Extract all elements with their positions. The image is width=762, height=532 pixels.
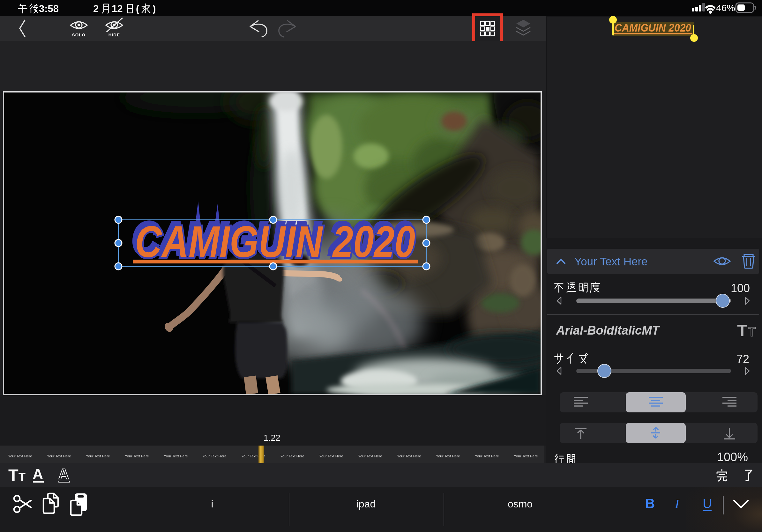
svg-text:T: T: [8, 466, 19, 485]
svg-text:U: U: [703, 497, 712, 511]
svg-text:Your Text Here: Your Text Here: [280, 454, 304, 458]
svg-text:SOLO: SOLO: [72, 33, 86, 37]
svg-text:Your Text Here: Your Text Here: [8, 454, 32, 458]
svg-text:Your Text Here: Your Text Here: [514, 454, 538, 458]
svg-text:A: A: [33, 466, 43, 482]
svg-text:i: i: [211, 498, 213, 510]
svg-text:Your Text Here: Your Text Here: [397, 454, 421, 458]
svg-text:Your Text Here: Your Text Here: [319, 454, 343, 458]
svg-text:Your Text Here: Your Text Here: [358, 454, 382, 458]
svg-text:CAMIGUIN 2020: CAMIGUIN 2020: [615, 21, 691, 34]
svg-text:Your Text Here: Your Text Here: [86, 454, 110, 458]
svg-text:Arial-BoldItalicMT: Arial-BoldItalicMT: [556, 324, 660, 337]
svg-text:Your Text Here: Your Text Here: [202, 454, 226, 458]
svg-text:(: (: [136, 3, 139, 14]
svg-text:Your Text Here: Your Text Here: [574, 255, 648, 268]
svg-text:Your Text Here: Your Text Here: [125, 454, 149, 458]
svg-text:72: 72: [736, 353, 749, 366]
svg-text:12: 12: [112, 3, 122, 14]
svg-text:46%: 46%: [716, 3, 735, 13]
svg-text:2: 2: [93, 3, 99, 14]
svg-text:CAMIGUIN 2020: CAMIGUIN 2020: [135, 217, 415, 267]
svg-text:3:58: 3:58: [39, 3, 59, 14]
svg-text:Your Text Here: Your Text Here: [47, 454, 71, 458]
svg-text:T: T: [748, 325, 756, 339]
svg-text:A: A: [58, 466, 69, 482]
svg-text:T: T: [19, 470, 26, 484]
svg-text:ipad: ipad: [356, 498, 376, 510]
svg-text:B: B: [645, 496, 655, 511]
svg-text:): ): [153, 3, 156, 14]
svg-text:I: I: [675, 497, 680, 511]
svg-text:HIDE: HIDE: [109, 33, 120, 37]
svg-text:Your Text Here: Your Text Here: [475, 454, 499, 458]
svg-text:100: 100: [731, 282, 750, 295]
svg-text:Your Text Here: Your Text Here: [436, 454, 460, 458]
svg-text:T: T: [737, 321, 747, 340]
svg-text:Your Text Here: Your Text Here: [164, 454, 188, 458]
svg-text:100%: 100%: [717, 450, 748, 463]
svg-text:osmo: osmo: [508, 498, 533, 510]
